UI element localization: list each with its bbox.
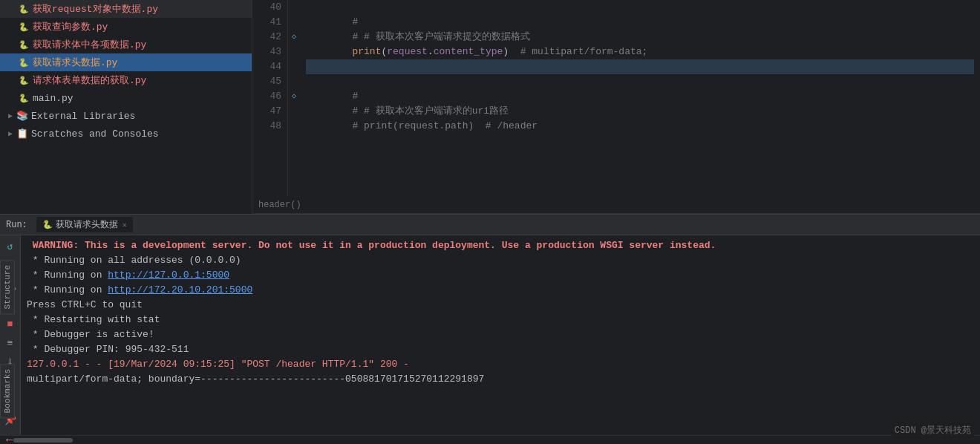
breadcrumb: header(): [252, 196, 980, 214]
sidebar-item-label: 获取request对象中数据.py: [33, 2, 158, 16]
link-127[interactable]: http://127.0.0.1:5000: [108, 270, 229, 281]
structure-tab[interactable]: Structure: [0, 260, 15, 314]
sidebar-item-external-libs[interactable]: ▶ 📚 External Libraries: [0, 107, 252, 125]
gutter: ◇ ◇: [288, 0, 300, 196]
code-line-40: [306, 0, 974, 15]
external-libs-label: External Libraries: [31, 111, 135, 122]
line-num-48: 48: [258, 119, 281, 134]
snake-icon: 🐍: [42, 220, 53, 229]
console-text[interactable]: WARNING: This is a development server. D…: [21, 235, 980, 435]
run-tab-name: 获取请求头数据: [56, 218, 118, 231]
sidebar-item-label: 获取请求体中各项数据.py: [33, 38, 146, 51]
sidebar-item-file6[interactable]: 🐍 main.py: [0, 89, 252, 107]
code-line-42: # # 获取本次客户端请求提交的数据格式: [306, 30, 974, 45]
code-view: 40 41 42 43 44 45 46 47 48 ◇ ◇: [252, 0, 980, 196]
console-line-8: 127.0.0.1 - - [19/Mar/2024 09:15:25] "PO…: [27, 357, 974, 372]
py-file-icon: 🐍: [18, 21, 30, 33]
console-line-3: * Running on http://172.20.10.201:5000: [27, 283, 974, 298]
rerun-button[interactable]: ↺: [2, 238, 19, 255]
sidebar: 🐍 获取request对象中数据.py 🐍 获取查询参数.py 🐍 获取请求体中…: [0, 0, 252, 214]
line-numbers: 40 41 42 43 44 45 46 47 48: [252, 0, 288, 196]
run-label: Run:: [6, 220, 27, 230]
run-toolbar: Run: 🐍 获取请求头数据 ✕: [0, 215, 980, 235]
scroll-arrow-icon: ←: [6, 434, 13, 445]
line-num-43: 43: [258, 45, 281, 59]
code-line-41: #: [306, 15, 974, 30]
close-tab-button[interactable]: ✕: [122, 221, 127, 229]
console-line-1: * Running on all addresses (0.0.0.0): [27, 253, 974, 268]
sidebar-item-label: main.py: [33, 93, 74, 104]
code-line-45: [306, 74, 974, 89]
breadcrumb-text: header(): [258, 200, 301, 210]
console-line-5: * Restarting with stat: [27, 313, 974, 327]
sidebar-item-file1[interactable]: 🐍 获取request对象中数据.py: [0, 0, 252, 18]
line-num-41: 41: [258, 15, 281, 30]
editor-area: 40 41 42 43 44 45 46 47 48 ◇ ◇: [252, 0, 980, 214]
bottom-panel: Run: 🐍 获取请求头数据 ✕ ↺ ↑ 🔧 ↓ ■ ≡ ⤓ 🖶 🗑 📌 WAR…: [0, 214, 980, 444]
tree-arrow-icon: ▶: [6, 111, 15, 120]
line-num-46: 46: [258, 89, 281, 104]
sidebar-item-file4[interactable]: 🐍 获取请求头数据.py: [0, 53, 252, 71]
sidebar-item-file3[interactable]: 🐍 获取请求体中各项数据.py: [0, 36, 252, 53]
line-num-40: 40: [258, 0, 281, 15]
sidebar-item-file2[interactable]: 🐍 获取查询参数.py: [0, 18, 252, 36]
console-line-2: * Running on http://127.0.0.1:5000: [27, 268, 974, 283]
py-file-icon: 🐍: [18, 74, 30, 86]
sidebar-item-file5[interactable]: 🐍 请求体表单数据的获取.py: [0, 71, 252, 89]
code-line-47: # # 获取本次客户端请求的uri路径: [306, 104, 974, 119]
link-172[interactable]: http://172.20.10.201:5000: [108, 284, 252, 296]
wrap-button[interactable]: ≡: [2, 335, 19, 351]
line-num-47: 47: [258, 104, 281, 119]
console-output-area: ↺ ↑ 🔧 ↓ ■ ≡ ⤓ 🖶 🗑 📌 WARNING: This is a d…: [0, 235, 980, 435]
py-file-icon: 🐍: [18, 56, 30, 68]
scratches-label: Scratches and Consoles: [31, 128, 159, 140]
library-icon: 📚: [16, 110, 28, 122]
code-line-48: # print(request.path) # /header: [306, 119, 974, 134]
line-num-42: 42: [258, 30, 281, 45]
line-num-44: 44: [258, 59, 281, 74]
tree-arrow-icon: ▶: [6, 129, 15, 138]
code-line-46: #: [306, 89, 974, 104]
py-file-icon: 🐍: [18, 92, 30, 104]
run-tab[interactable]: 🐍 获取请求头数据 ✕: [36, 217, 133, 232]
scrollbar-thumb[interactable]: [13, 438, 73, 443]
console-line-6: * Debugger is active!: [27, 327, 974, 342]
scratches-icon: 📋: [16, 128, 28, 140]
console-line-9: multipart/form-data; boundary=----------…: [27, 372, 974, 387]
console-line-4: Press CTRL+C to quit: [27, 298, 974, 313]
py-file-icon: 🐍: [18, 3, 30, 15]
watermark: CSDN @景天科技苑: [892, 422, 974, 438]
stop-button[interactable]: ■: [2, 316, 19, 332]
line-num-45: 45: [258, 74, 281, 89]
sidebar-item-label: 请求体表单数据的获取.py: [33, 74, 146, 87]
sidebar-item-scratches[interactable]: ▶ 📋 Scratches and Consoles: [0, 125, 252, 143]
code-line-43: print(request.content_type) # multipart/…: [306, 45, 974, 59]
py-file-icon: 🐍: [18, 39, 30, 50]
code-editor[interactable]: # # # 获取本次客户端请求提交的数据格式 print(request.con…: [300, 0, 980, 196]
console-line-warning: WARNING: This is a development server. D…: [27, 238, 974, 253]
console-line-7: * Debugger PIN: 995-432-511: [27, 342, 974, 357]
sidebar-item-label: 获取请求头数据.py: [33, 56, 117, 69]
bookmarks-tab[interactable]: Bookmarks: [0, 364, 15, 418]
sidebar-item-label: 获取查询参数.py: [33, 20, 108, 33]
code-line-44: [306, 59, 974, 74]
scrollbar-area: ←: [0, 435, 980, 444]
